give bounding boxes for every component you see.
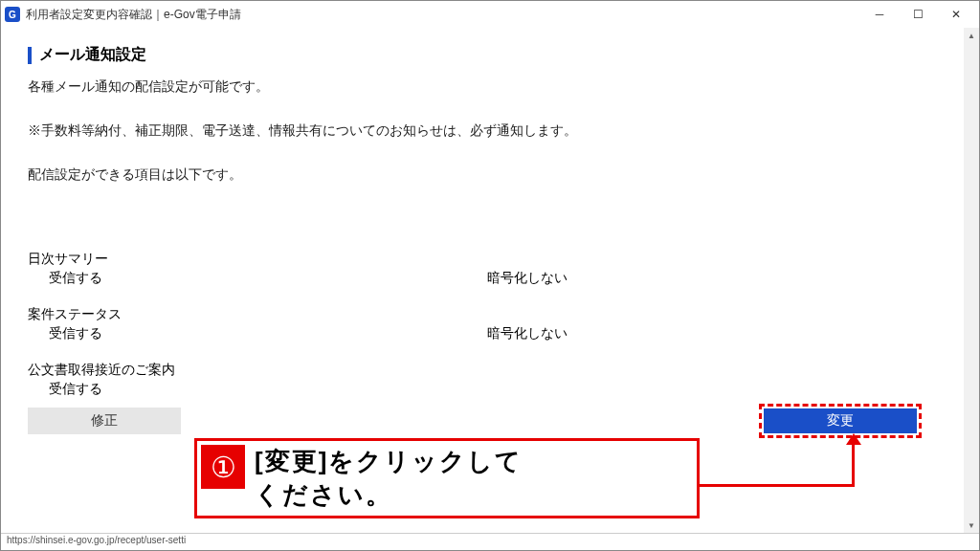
instruction-callout: ① [変更]をクリックして ください。 — [194, 438, 700, 518]
minimize-button[interactable]: ─ — [860, 1, 899, 28]
description-1: 各種メール通知の配信設定が可能です。 — [28, 78, 937, 96]
action-button-row: 修正 変更 — [28, 404, 937, 438]
setting-label: 公文書取得接近のご案内 — [28, 362, 487, 379]
setting-value: 受信する — [28, 381, 487, 398]
callout-arrow-horizontal — [700, 484, 855, 487]
setting-value: 受信する — [28, 325, 487, 342]
setting-encryption: 暗号化しない — [487, 251, 568, 287]
callout-number-badge: ① — [201, 445, 245, 489]
window-title: 利用者設定変更内容確認｜e-Gov電子申請 — [26, 7, 241, 23]
section-title: メール通知設定 — [39, 45, 146, 65]
setting-row-case-status: 案件ステータス 受信する 暗号化しない — [28, 306, 937, 342]
setting-row-doc-notice: 公文書取得接近のご案内 受信する — [28, 362, 937, 398]
heading-accent-bar — [28, 47, 32, 64]
setting-label: 日次サマリー — [28, 251, 487, 268]
change-button[interactable]: 変更 — [764, 408, 917, 433]
status-bar: https://shinsei.e-gov.go.jp/recept/user-… — [1, 533, 979, 550]
scroll-up-icon[interactable]: ▲ — [964, 28, 979, 43]
callout-arrow-vertical — [852, 441, 855, 486]
window-controls: ─ ☐ ✕ — [860, 1, 975, 28]
status-url: https://shinsei.e-gov.go.jp/recept/user-… — [7, 535, 186, 545]
callout-arrow-head-icon — [846, 433, 861, 445]
setting-label: 案件ステータス — [28, 306, 487, 323]
setting-row-daily-summary: 日次サマリー 受信する 暗号化しない — [28, 251, 937, 287]
scroll-down-icon[interactable]: ▼ — [964, 518, 979, 533]
app-icon: G — [5, 7, 20, 22]
window-titlebar: G 利用者設定変更内容確認｜e-Gov電子申請 ─ ☐ ✕ — [1, 1, 979, 28]
setting-value: 受信する — [28, 270, 487, 287]
callout-text: [変更]をクリックして ください。 — [255, 445, 523, 512]
close-button[interactable]: ✕ — [937, 1, 975, 28]
vertical-scrollbar[interactable]: ▲ ▼ — [964, 28, 979, 533]
settings-list: 日次サマリー 受信する 暗号化しない 案件ステータス 受信する 暗号化しない 公… — [28, 251, 937, 438]
fix-button[interactable]: 修正 — [28, 408, 181, 434]
change-button-highlight: 変更 — [759, 404, 922, 438]
description-3: 配信設定ができる項目は以下です。 — [28, 166, 937, 184]
section-heading: メール通知設定 — [28, 45, 937, 65]
description-2: ※手数料等納付、補正期限、電子送達、情報共有についてのお知らせは、必ず通知します… — [28, 122, 937, 140]
maximize-button[interactable]: ☐ — [899, 1, 937, 28]
setting-encryption: 暗号化しない — [487, 306, 568, 342]
